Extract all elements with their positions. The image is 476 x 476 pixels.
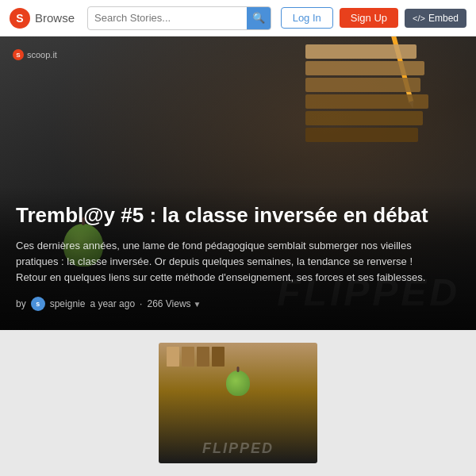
hero-section: FLIPPED S scoop.it Trembl@y #5 : la clas…	[0, 36, 476, 330]
thumb-books	[167, 347, 225, 367]
source-label: S scoop.it	[13, 49, 57, 60]
views-count[interactable]: 266 Views ▼	[147, 298, 201, 309]
book-stack-decoration	[305, 44, 428, 142]
source-name: scoop.it	[27, 50, 57, 60]
post-time: a year ago	[90, 298, 135, 309]
thumbnail-card[interactable]: FLIPPED	[159, 343, 317, 463]
logo-area: S Browse	[10, 8, 75, 29]
search-bar: 🔍	[87, 6, 271, 30]
thumbnail-section: FLIPPED	[0, 330, 476, 476]
hero-title: Trembl@y #5 : la classe inversée en déba…	[16, 202, 460, 228]
thumb-apple	[226, 370, 250, 396]
hero-meta: by s speignie a year ago · 266 Views ▼	[16, 297, 460, 311]
embed-button[interactable]: </> Embed	[405, 9, 466, 28]
chevron-down-icon: ▼	[194, 300, 202, 309]
by-label: by	[16, 298, 26, 309]
embed-label: Embed	[428, 13, 459, 24]
hero-content: Trembl@y #5 : la classe inversée en déba…	[0, 186, 476, 330]
hero-description: Ces dernières années, une lame de fond p…	[16, 238, 428, 286]
views-separator: ·	[140, 298, 142, 309]
code-icon: </>	[413, 13, 425, 23]
scoopit-logo-icon: S	[10, 8, 30, 29]
author-avatar: s	[31, 297, 45, 311]
author-name: speignie	[50, 298, 86, 309]
signup-button[interactable]: Sign Up	[340, 8, 398, 28]
thumb-flipped-text: FLIPPED	[159, 440, 317, 457]
search-input[interactable]	[88, 12, 247, 24]
search-button[interactable]: 🔍	[247, 6, 271, 30]
browse-label: Browse	[35, 11, 75, 25]
source-icon: S	[13, 49, 24, 60]
page-header: S Browse 🔍 Log In Sign Up </> Embed	[0, 0, 476, 36]
header-actions: Log In Sign Up </> Embed	[281, 7, 466, 29]
hero-books-decoration	[270, 36, 428, 179]
login-button[interactable]: Log In	[281, 7, 333, 29]
